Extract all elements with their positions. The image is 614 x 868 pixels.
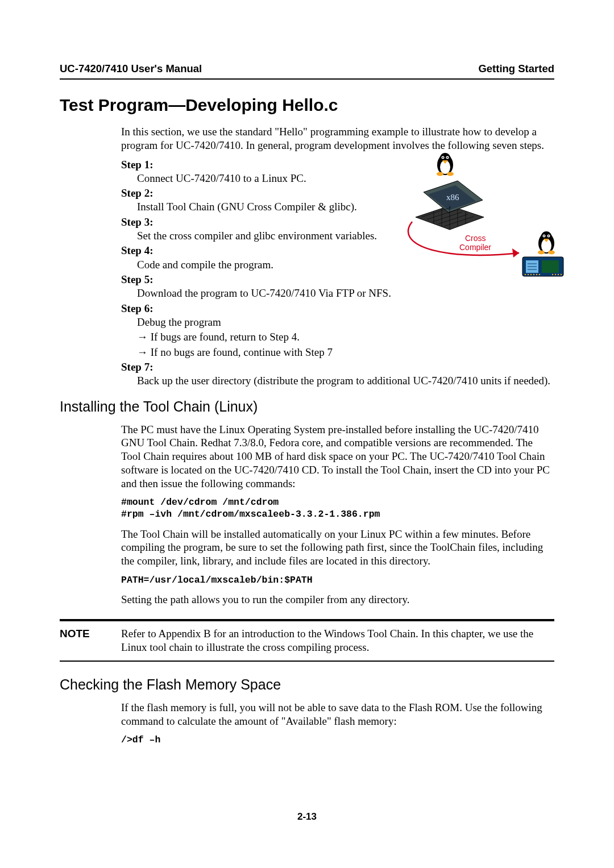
svg-point-27 bbox=[548, 250, 555, 254]
steps-block: x86 Cross Compiler bbox=[60, 158, 554, 388]
install-code2: PATH=/usr/local/mxscaleb/bin:$PATH bbox=[121, 575, 554, 587]
step-7-label: Step 7: bbox=[121, 360, 554, 374]
header-left: UC-7420/7410 User's Manual bbox=[60, 63, 202, 75]
page-title: Test Program―Developing Hello.c bbox=[60, 95, 554, 115]
page-header: UC-7420/7410 User's Manual Getting Start… bbox=[60, 63, 554, 75]
svg-point-37 bbox=[533, 273, 534, 275]
svg-point-24 bbox=[544, 235, 545, 236]
cross-compile-diagram: x86 Cross Compiler bbox=[354, 148, 565, 279]
step-5-text: Download the program to UC-7420/7410 Via… bbox=[121, 286, 554, 300]
svg-point-35 bbox=[528, 273, 529, 275]
diagram-x86-label: x86 bbox=[446, 193, 459, 202]
diagram-cross-label: Cross bbox=[465, 234, 486, 243]
install-p2: The Tool Chain will be installed automat… bbox=[121, 528, 554, 568]
page-number: 2-13 bbox=[0, 811, 614, 823]
svg-point-8 bbox=[447, 172, 454, 176]
install-p3: Setting the path allows you to run the c… bbox=[121, 593, 554, 607]
diagram-compiler-label: Compiler bbox=[459, 243, 491, 252]
svg-point-43 bbox=[552, 273, 553, 275]
note-text: Refer to Appendix B for an introduction … bbox=[121, 627, 554, 655]
section-flash-title: Checking the Flash Memory Space bbox=[60, 676, 554, 693]
install-code1: #mount /dev/cdrom /mnt/cdrom #rpm –ivh /… bbox=[121, 497, 554, 520]
section-flash-body: If the flash memory is full, you will no… bbox=[60, 701, 554, 746]
install-p1: The PC must have the Linux Operating Sys… bbox=[121, 423, 554, 491]
flash-code1: />df –h bbox=[121, 734, 554, 746]
svg-point-36 bbox=[530, 273, 532, 275]
arrow-icon: Cross Compiler bbox=[408, 222, 519, 258]
svg-rect-33 bbox=[542, 260, 559, 273]
svg-point-26 bbox=[538, 250, 545, 254]
note-label: NOTE bbox=[60, 627, 121, 655]
note-divider-bottom bbox=[60, 661, 554, 662]
linux-penguin-icon bbox=[437, 153, 454, 176]
svg-point-5 bbox=[442, 157, 443, 158]
svg-point-34 bbox=[525, 273, 526, 275]
section-install-body: The PC must have the Linux Operating Sys… bbox=[60, 423, 554, 607]
step-6-text-3: → If no bugs are found, continue with St… bbox=[121, 346, 554, 359]
step-6-text-1: Debug the program bbox=[121, 315, 554, 329]
device-icon bbox=[522, 257, 563, 276]
laptop-icon: x86 bbox=[416, 181, 484, 230]
svg-point-39 bbox=[539, 273, 540, 275]
svg-point-42 bbox=[555, 273, 556, 275]
section-install-title: Installing the Tool Chain (Linux) bbox=[60, 398, 554, 415]
step-6-text-2: → If bugs are found, return to Step 4. bbox=[121, 330, 554, 344]
svg-point-40 bbox=[561, 273, 562, 275]
step-7-text: Back up the user directory (distribute t… bbox=[121, 374, 554, 388]
note-divider-top bbox=[60, 619, 554, 621]
flash-p1: If the flash memory is full, you will no… bbox=[121, 701, 554, 728]
step-6-label: Step 6: bbox=[121, 302, 554, 315]
linux-penguin-icon bbox=[538, 231, 555, 255]
header-right: Getting Started bbox=[478, 63, 554, 75]
step-7: Step 7: Back up the user directory (dist… bbox=[121, 360, 554, 388]
svg-point-7 bbox=[437, 172, 443, 176]
step-6: Step 6: Debug the program → If bugs are … bbox=[121, 302, 554, 359]
svg-point-41 bbox=[558, 273, 559, 275]
note-block: NOTE Refer to Appendix B for an introduc… bbox=[60, 627, 554, 655]
svg-point-38 bbox=[536, 273, 537, 275]
header-divider bbox=[60, 78, 554, 80]
svg-point-25 bbox=[548, 235, 549, 236]
svg-point-6 bbox=[447, 157, 448, 158]
